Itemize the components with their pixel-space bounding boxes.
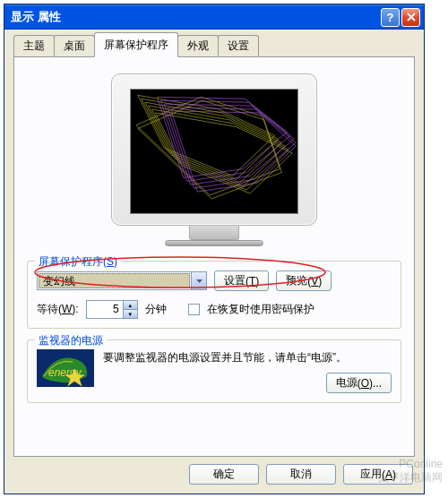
power-legend: 监视器的电源 xyxy=(35,333,107,348)
cancel-button[interactable]: 取消 xyxy=(266,464,336,485)
power-text: 要调整监视器的电源设置并且节能，请单击“电源”。 xyxy=(103,349,392,365)
tab-screensaver[interactable]: 屏幕保护程序 xyxy=(94,32,178,57)
display-properties-window: 显示 属性 ? 主题 桌面 屏幕保护程序 外观 设置 xyxy=(4,4,425,494)
help-button[interactable]: ? xyxy=(381,8,400,27)
ok-button[interactable]: 确定 xyxy=(189,464,259,485)
settings-button[interactable]: 设置(T) xyxy=(214,270,269,291)
wait-value: 5 xyxy=(87,301,123,318)
power-button[interactable]: 电源(O)... xyxy=(326,373,392,393)
screensaver-preview-screen xyxy=(130,89,298,214)
energy-star-logo: energy xyxy=(37,349,94,387)
screensaver-fieldset: 屏幕保护程序(S) 变幻线 设置(T) 预览(V) xyxy=(27,261,401,329)
password-checkbox[interactable] xyxy=(188,304,200,315)
tab-panel-screensaver: 屏幕保护程序(S) 变幻线 设置(T) 预览(V) xyxy=(13,56,415,457)
preview-button[interactable]: 预览(V) xyxy=(276,270,332,291)
combo-dropdown-button[interactable] xyxy=(191,272,206,289)
titlebar[interactable]: 显示 属性 ? xyxy=(4,4,424,30)
screensaver-selected: 变幻线 xyxy=(39,273,190,288)
password-checkbox-label[interactable]: 在恢复时使用密码保护 xyxy=(207,302,314,317)
close-button[interactable] xyxy=(401,8,420,27)
spinner-up[interactable]: ▲ xyxy=(124,301,137,309)
tab-appearance[interactable]: 外观 xyxy=(177,35,219,56)
mystify-lines-icon xyxy=(131,90,297,213)
power-fieldset: 监视器的电源 energy 要调整监视器的电源设置并且节能，请单击“电源”。 xyxy=(27,339,401,403)
dialog-buttons: 确定 取消 应用(A) xyxy=(13,457,415,485)
svg-text:energy: energy xyxy=(48,366,82,379)
wait-spinner[interactable]: 5 ▲ ▼ xyxy=(86,300,138,319)
tab-settings[interactable]: 设置 xyxy=(218,35,259,56)
spinner-down[interactable]: ▼ xyxy=(124,309,137,318)
tab-strip: 主题 桌面 屏幕保护程序 外观 设置 xyxy=(13,37,415,56)
tab-desktop[interactable]: 桌面 xyxy=(54,35,95,56)
close-icon xyxy=(407,13,416,21)
screensaver-combo[interactable]: 变幻线 xyxy=(37,271,207,290)
monitor-preview xyxy=(27,68,401,250)
window-title: 显示 属性 xyxy=(8,9,379,25)
wait-unit: 分钟 xyxy=(145,302,167,317)
apply-button[interactable]: 应用(A) xyxy=(343,464,413,485)
screensaver-legend: 屏幕保护程序(S) xyxy=(35,254,121,270)
window-body: 主题 桌面 屏幕保护程序 外观 设置 xyxy=(4,30,424,494)
wait-label: 等待(W): xyxy=(37,302,79,317)
chevron-down-icon xyxy=(196,279,202,283)
tab-theme[interactable]: 主题 xyxy=(13,35,55,56)
energy-star-icon: energy xyxy=(37,349,94,387)
